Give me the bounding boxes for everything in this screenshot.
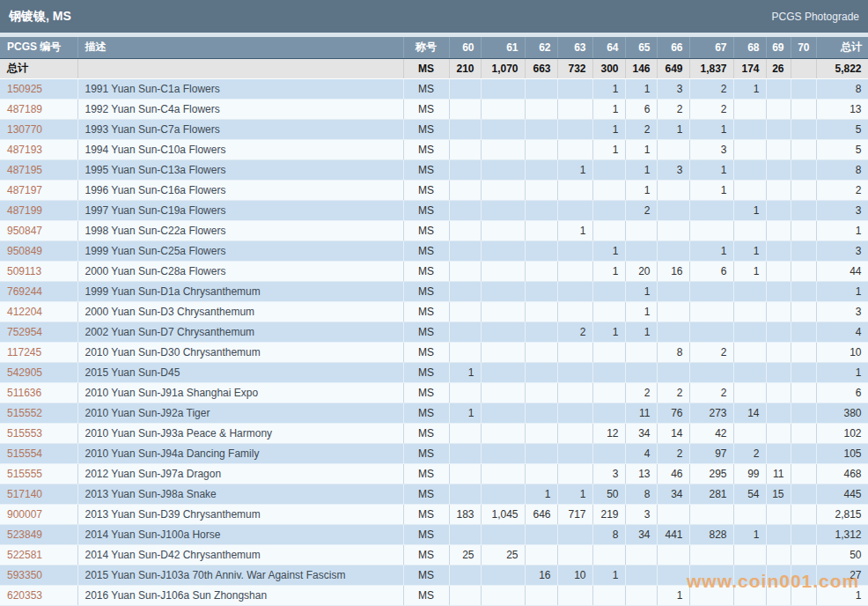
- photograde-link[interactable]: PCGS Photograde: [772, 11, 859, 23]
- pcgs-number-link[interactable]: 117245: [0, 342, 77, 362]
- grade-count-cell: [766, 220, 791, 240]
- pcgs-number-link[interactable]: 487199: [0, 200, 77, 220]
- grade-count-cell: 1: [733, 261, 766, 281]
- coin-description: 2002 Yuan Sun-D7 Chrysanthemum: [77, 321, 403, 342]
- grade-count-cell: [733, 423, 766, 443]
- pcgs-number-link[interactable]: 517140: [0, 484, 77, 504]
- grade-count-cell: 2: [689, 78, 733, 99]
- grade-count-cell: 828: [689, 524, 733, 544]
- grade-count-cell: [766, 342, 791, 362]
- grade-count-cell: [557, 261, 592, 281]
- grade-count-cell: 2: [733, 443, 766, 463]
- pcgs-number-link[interactable]: 150925: [0, 78, 77, 99]
- pcgs-number-link[interactable]: 130770: [0, 119, 77, 139]
- grade-count-cell: [791, 342, 816, 362]
- grade-count-cell: 717: [557, 504, 592, 524]
- pcgs-number-link[interactable]: 752954: [0, 321, 77, 342]
- pcgs-number-link[interactable]: 542905: [0, 362, 77, 382]
- grade-count-cell: 1: [733, 240, 766, 261]
- pcgs-number-link[interactable]: 523849: [0, 524, 77, 544]
- grade-count-cell: [481, 200, 525, 220]
- grade-count-cell: [525, 585, 557, 605]
- grade-count-cell: 1: [689, 119, 733, 139]
- coin-description: 2015 Yuan Sun-J103a 70th Anniv. War Agai…: [77, 565, 403, 585]
- grade-count-cell: 1: [625, 180, 657, 200]
- grade-count-cell: [449, 281, 481, 301]
- grade-count-cell: [592, 362, 625, 382]
- grade-count-cell: [481, 180, 525, 200]
- pcgs-number-link[interactable]: 487197: [0, 180, 77, 200]
- grade-count-cell: [766, 423, 791, 443]
- grade-count-cell: [657, 200, 689, 220]
- grade-count-cell: [481, 423, 525, 443]
- grade-count-cell: [791, 504, 816, 524]
- pcgs-number-link[interactable]: 487193: [0, 139, 77, 159]
- grade-count-cell: [733, 301, 766, 321]
- grade-count-cell: [791, 524, 816, 544]
- grade-count-cell: [557, 301, 592, 321]
- pcgs-number-link[interactable]: 515555: [0, 463, 77, 484]
- table-body: 总计MS2101,0706637323001466491,837174265,8…: [0, 58, 868, 605]
- grade-count-cell: [557, 463, 592, 484]
- pcgs-number-link[interactable]: 900007: [0, 504, 77, 524]
- totals-grade-count-cell: 26: [766, 58, 791, 78]
- grade-count-cell: [449, 423, 481, 443]
- grade-count-cell: [525, 301, 557, 321]
- grade-count-cell: 3: [657, 78, 689, 99]
- pcgs-number-link[interactable]: 487195: [0, 159, 77, 180]
- coin-description: 1992 Yuan Sun-C4a Flowers: [77, 99, 403, 119]
- column-header-pcgs: PCGS 编号: [0, 37, 77, 58]
- pcgs-number-link[interactable]: 620353: [0, 585, 77, 605]
- pcgs-number-link[interactable]: 593350: [0, 565, 77, 585]
- designation-cell: MS: [403, 240, 449, 261]
- pcgs-number-link[interactable]: 487189: [0, 99, 77, 119]
- pcgs-number-link[interactable]: 522581: [0, 544, 77, 565]
- grade-count-cell: [557, 180, 592, 200]
- grade-count-cell: 14: [733, 403, 766, 423]
- pcgs-number-link[interactable]: 515554: [0, 443, 77, 463]
- grade-count-cell: [766, 99, 791, 119]
- grade-count-cell: 1: [625, 321, 657, 342]
- pcgs-number-link[interactable]: 950847: [0, 220, 77, 240]
- designation-cell: MS: [403, 200, 449, 220]
- grade-count-cell: [766, 159, 791, 180]
- row-total-cell: 2,815: [816, 504, 868, 524]
- column-header-g65: 65: [625, 37, 657, 58]
- designation-cell: MS: [403, 159, 449, 180]
- grade-count-cell: [449, 78, 481, 99]
- grade-count-cell: 2: [689, 382, 733, 403]
- grade-count-cell: [689, 220, 733, 240]
- pcgs-number-link[interactable]: 509113: [0, 261, 77, 281]
- designation-cell: MS: [403, 382, 449, 403]
- designation-cell: MS: [403, 139, 449, 159]
- pcgs-number-link[interactable]: 769244: [0, 281, 77, 301]
- pcgs-number-link[interactable]: 515552: [0, 403, 77, 423]
- grade-count-cell: [733, 321, 766, 342]
- grade-count-cell: 183: [449, 504, 481, 524]
- grade-count-cell: 273: [689, 403, 733, 423]
- table-row: 5155542010 Yuan Sun-J94a Dancing FamilyM…: [0, 443, 868, 463]
- grade-count-cell: [592, 301, 625, 321]
- grade-count-cell: [525, 403, 557, 423]
- totals-row: 总计MS2101,0706637323001466491,837174265,8…: [0, 58, 868, 78]
- coin-description: 2010 Yuan Sun-D30 Chrysanthemum: [77, 342, 403, 362]
- pcgs-number-link[interactable]: 950849: [0, 240, 77, 261]
- header-row: PCGS 编号描述称号6061626364656667686970总计: [0, 37, 868, 58]
- table-row: 5155522010 Yuan Sun-J92a TigerMS11176273…: [0, 403, 868, 423]
- pcgs-number-link[interactable]: 511636: [0, 382, 77, 403]
- grade-count-cell: [449, 220, 481, 240]
- grade-count-cell: [525, 544, 557, 565]
- pcgs-number-link[interactable]: 412204: [0, 301, 77, 321]
- row-total-cell: 1,312: [816, 524, 868, 544]
- grade-count-cell: [733, 382, 766, 403]
- grade-count-cell: [625, 342, 657, 362]
- grade-count-cell: 8: [657, 342, 689, 362]
- grade-count-cell: [449, 565, 481, 585]
- pcgs-number-link[interactable]: 515553: [0, 423, 77, 443]
- grade-count-cell: [791, 463, 816, 484]
- grade-count-cell: [525, 463, 557, 484]
- grade-count-cell: 3: [657, 159, 689, 180]
- column-header-g62: 62: [525, 37, 557, 58]
- grade-count-cell: [525, 99, 557, 119]
- coin-description: 1999 Yuan Sun-C25a Flowers: [77, 240, 403, 261]
